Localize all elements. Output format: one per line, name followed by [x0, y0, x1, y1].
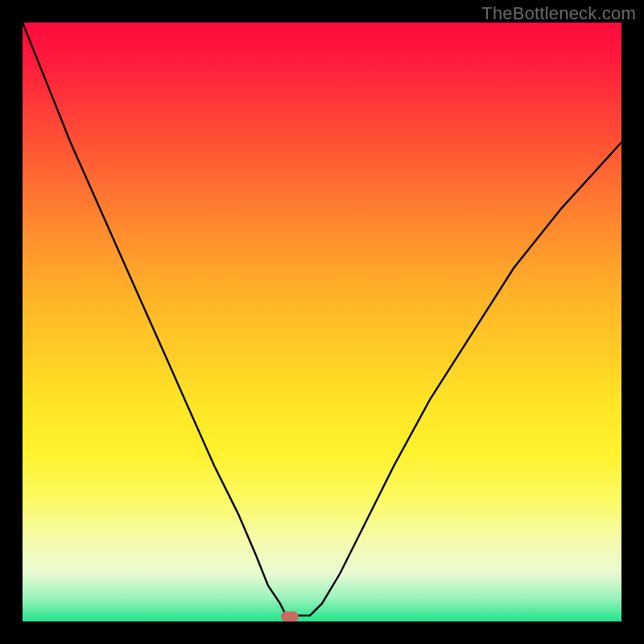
chart-frame: TheBottleneck.com — [0, 0, 644, 644]
plot-area — [23, 23, 621, 621]
bottleneck-curve — [23, 23, 621, 621]
minimum-marker — [281, 612, 299, 621]
attribution-text: TheBottleneck.com — [481, 3, 636, 24]
